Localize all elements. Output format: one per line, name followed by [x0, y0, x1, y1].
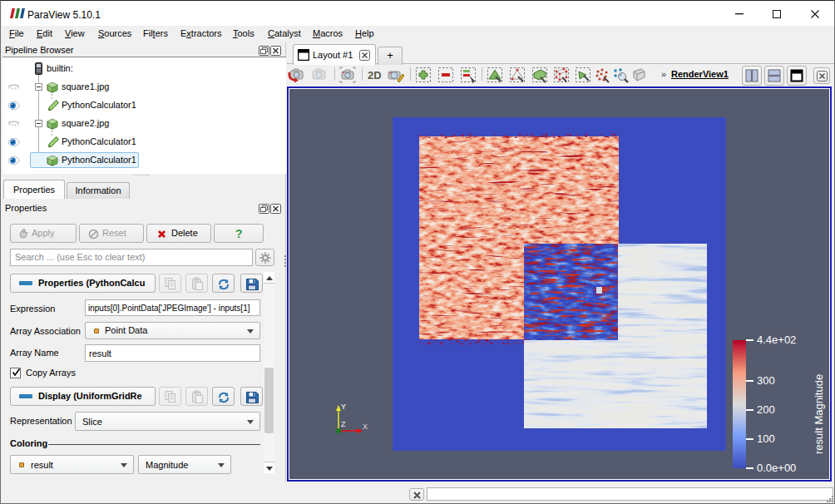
svg-text:2D: 2D — [368, 69, 382, 82]
svg-text:X: X — [363, 422, 368, 431]
svg-text:Y: Y — [341, 403, 346, 411]
svg-text:Z: Z — [341, 420, 346, 428]
